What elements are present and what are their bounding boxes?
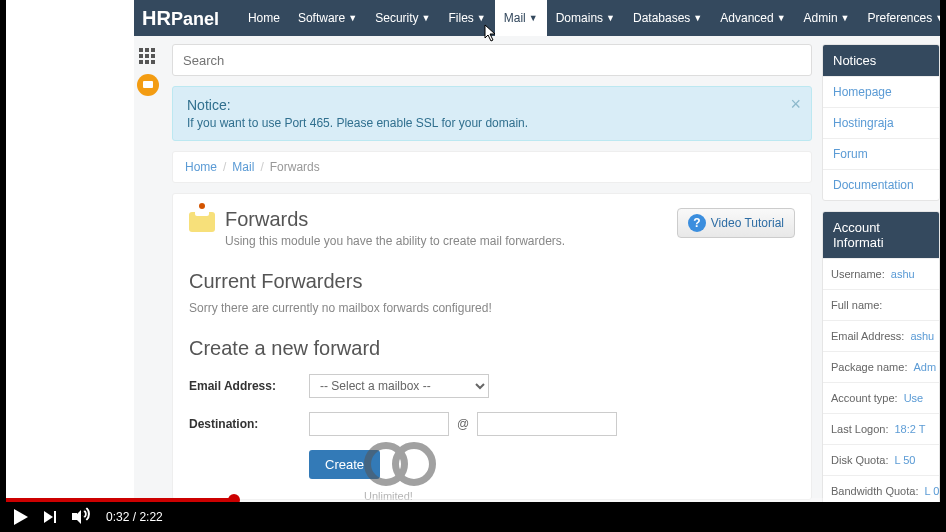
notices-heading: Notices (823, 45, 939, 76)
breadcrumb: Home/Mail/Forwards (172, 151, 812, 183)
email-address-label: Email Address: (189, 379, 309, 393)
empty-message: Sorry there are currently no mailbox for… (189, 301, 795, 315)
search-input[interactable] (172, 44, 812, 76)
play-button[interactable] (14, 509, 28, 525)
volume-icon (72, 509, 90, 525)
info-last-logon: Last Logon:18:2 T (823, 413, 939, 444)
messages-icon[interactable] (137, 74, 159, 96)
account-info-heading: Account Informati (823, 212, 939, 258)
top-navbar: HRPanel Home Software▼ Security▼ Files▼ … (134, 0, 940, 36)
video-tutorial-button[interactable]: ?Video Tutorial (677, 208, 795, 238)
notices-panel: Notices Homepage Hostingraja Forum Docum… (822, 44, 940, 201)
volume-button[interactable] (72, 509, 90, 525)
crumb-mail[interactable]: Mail (232, 160, 254, 174)
nav-mail[interactable]: Mail▼ (495, 0, 547, 36)
destination-domain-input[interactable] (477, 412, 617, 436)
notice-link-documentation[interactable]: Documentation (823, 169, 939, 200)
at-symbol: @ (457, 417, 469, 431)
nav-home[interactable]: Home (239, 0, 289, 36)
apps-grid-icon[interactable] (139, 48, 157, 66)
nav-advanced[interactable]: Advanced▼ (711, 0, 794, 36)
close-icon[interactable]: × (790, 95, 801, 113)
watermark: Unlimited! (364, 442, 454, 502)
video-content: HRPanel Home Software▼ Security▼ Files▼ … (6, 0, 940, 502)
page-subtitle: Using this module you have the ability t… (225, 234, 565, 248)
info-email: Email Address:ashu (823, 320, 939, 351)
mailbox-select[interactable]: -- Select a mailbox -- (309, 374, 489, 398)
notice-link-forum[interactable]: Forum (823, 138, 939, 169)
nav-files[interactable]: Files▼ (440, 0, 495, 36)
notice-link-homepage[interactable]: Homepage (823, 76, 939, 107)
destination-label: Destination: (189, 417, 309, 431)
notice-link-hostingraja[interactable]: Hostingraja (823, 107, 939, 138)
info-package: Package name:Adm (823, 351, 939, 382)
brand-logo[interactable]: HRPanel (142, 7, 219, 30)
nav-databases[interactable]: Databases▼ (624, 0, 711, 36)
play-icon (14, 509, 28, 525)
destination-user-input[interactable] (309, 412, 449, 436)
main-panel: Forwards Using this module you have the … (172, 193, 812, 500)
notice-title: Notice: (187, 97, 783, 113)
next-icon (44, 511, 53, 523)
nav-security[interactable]: Security▼ (366, 0, 439, 36)
nav-domains[interactable]: Domains▼ (547, 0, 624, 36)
forwards-icon (189, 212, 215, 232)
help-icon: ? (688, 214, 706, 232)
page-title: Forwards (225, 208, 565, 231)
video-controls: 0:32 / 2:22 (0, 502, 946, 532)
create-forward-heading: Create a new forward (189, 337, 795, 360)
crumb-home[interactable]: Home (185, 160, 217, 174)
info-disk-quota: Disk Quota:L 50 (823, 444, 939, 475)
notice-body: If you want to use Port 465. Please enab… (187, 116, 783, 130)
nav-software[interactable]: Software▼ (289, 0, 366, 36)
info-fullname: Full name: (823, 289, 939, 320)
nav-admin[interactable]: Admin▼ (795, 0, 859, 36)
current-forwarders-heading: Current Forwarders (189, 270, 795, 293)
info-username: Username:ashu (823, 258, 939, 289)
crumb-current: Forwards (270, 160, 320, 174)
notice-banner: Notice: If you want to use Port 465. Ple… (172, 86, 812, 141)
next-button[interactable] (44, 511, 56, 523)
account-info-panel: Account Informati Username:ashu Full nam… (822, 211, 940, 502)
nav-preferences[interactable]: Preferences▼ (859, 0, 940, 36)
time-display: 0:32 / 2:22 (106, 510, 163, 524)
info-account-type: Account type:Use (823, 382, 939, 413)
